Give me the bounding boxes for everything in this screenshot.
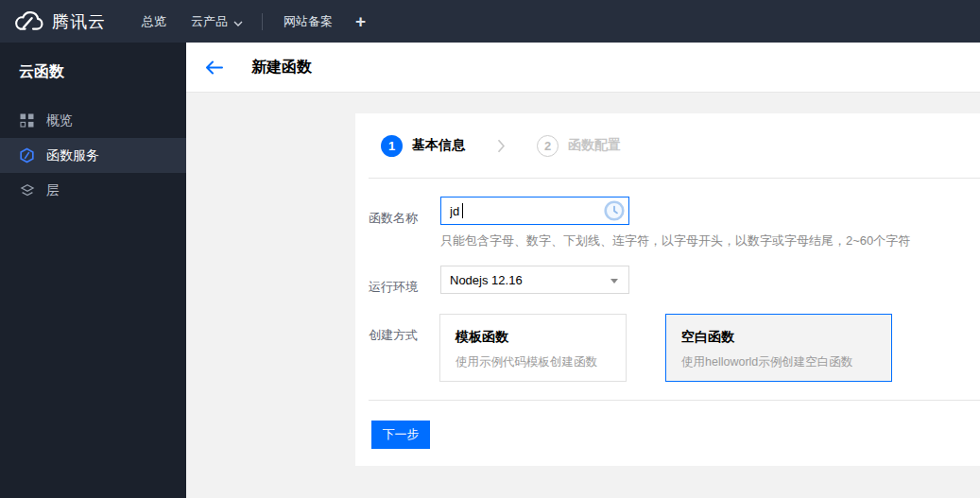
creation-method-cards: 模板函数 使用示例代码模板创建函数 空白函数 使用helloworld示例创建空… <box>439 314 892 382</box>
sidebar-menu: 概览 函数服务 层 <box>0 103 186 208</box>
step-indicator: 1 基本信息 2 函数配置 <box>355 113 980 178</box>
scf-hexagon-icon <box>19 147 35 163</box>
top-nav-menu: 总览 云产品 网站备案 + <box>142 12 366 30</box>
step-1-label: 基本信息 <box>412 137 465 154</box>
divider <box>369 178 980 179</box>
sidebar-item-function-service[interactable]: 函数服务 <box>0 138 186 173</box>
step-1-circle: 1 <box>381 135 403 157</box>
top-navbar: 腾讯云 总览 云产品 网站备案 + <box>0 0 980 43</box>
sidebar-item-label: 函数服务 <box>46 147 99 164</box>
create-function-panel: 1 基本信息 2 函数配置 函数名称 只能包含字母、数字、下划线、连字符，以字母… <box>355 113 980 466</box>
sidebar-product-title: 云函数 <box>0 43 186 101</box>
blank-function-card[interactable]: 空白函数 使用helloworld示例创建空白函数 <box>665 314 892 382</box>
nav-item-cloud-products[interactable]: 云产品 <box>191 13 243 30</box>
nav-item-icp-filing[interactable]: 网站备案 <box>284 13 333 30</box>
step-chevron-icon <box>497 139 506 153</box>
back-button[interactable] <box>205 60 223 75</box>
pending-clock-icon <box>604 200 625 221</box>
creation-method-label: 创建方式 <box>369 327 418 344</box>
page-header: 新建函数 <box>186 43 980 93</box>
function-name-helper: 只能包含字母、数字、下划线、连字符，以字母开头，以数字或字母结尾，2~60个字符 <box>440 232 910 249</box>
cloud-logo-icon <box>13 10 43 33</box>
tencent-cloud-logo[interactable]: 腾讯云 <box>0 10 106 33</box>
runtime-selected-value: Nodejs 12.16 <box>450 273 523 287</box>
card-description: 使用helloworld示例创建空白函数 <box>681 354 891 370</box>
brand-name: 腾讯云 <box>52 10 106 33</box>
card-title: 模板函数 <box>456 329 626 346</box>
nav-divider <box>262 13 263 30</box>
runtime-select[interactable]: Nodejs 12.16 <box>440 266 629 294</box>
sidebar-item-overview[interactable]: 概览 <box>0 103 186 138</box>
template-function-card[interactable]: 模板函数 使用示例代码模板创建函数 <box>439 314 627 382</box>
back-arrow-icon <box>205 60 223 75</box>
sidebar: 云函数 概览 函数服务 <box>0 43 186 498</box>
runtime-label: 运行环境 <box>369 279 418 296</box>
add-tab-button[interactable]: + <box>355 12 366 30</box>
card-description: 使用示例代码模板创建函数 <box>456 354 626 370</box>
divider <box>369 400 980 401</box>
grid-icon <box>19 113 35 128</box>
nav-item-overview[interactable]: 总览 <box>142 13 166 30</box>
text-cursor <box>462 203 463 218</box>
sidebar-item-label: 概览 <box>46 112 73 129</box>
next-step-button[interactable]: 下一步 <box>371 421 430 449</box>
select-caret-icon <box>610 279 618 283</box>
function-name-field-wrap <box>440 197 629 225</box>
sidebar-item-label: 层 <box>46 182 60 199</box>
layers-icon <box>19 183 35 198</box>
step-2-label: 函数配置 <box>568 137 621 154</box>
page-title: 新建函数 <box>251 58 312 77</box>
step-2-circle: 2 <box>537 135 559 157</box>
chevron-down-icon <box>233 15 243 29</box>
function-name-label: 函数名称 <box>369 210 418 227</box>
sidebar-item-layers[interactable]: 层 <box>0 173 186 208</box>
function-name-input[interactable] <box>440 197 629 225</box>
card-title: 空白函数 <box>681 329 891 346</box>
content-area: 1 基本信息 2 函数配置 函数名称 只能包含字母、数字、下划线、连字符，以字母… <box>186 94 980 498</box>
